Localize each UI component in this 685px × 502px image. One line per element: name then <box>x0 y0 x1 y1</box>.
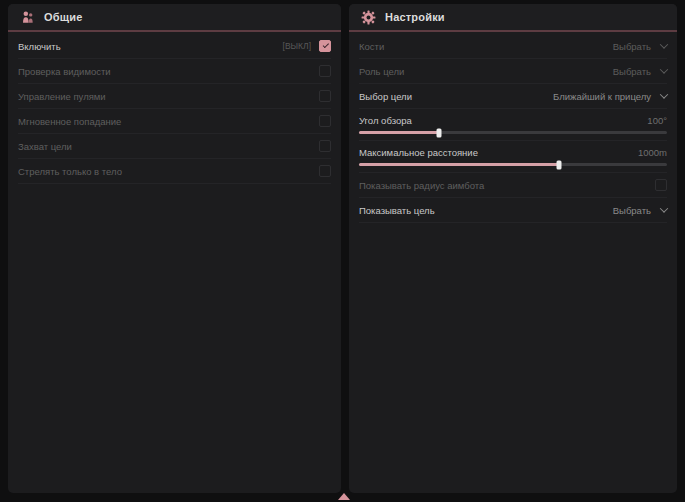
dropdown-value: Ближайший к прицелу <box>553 91 651 102</box>
settings-row-label: Выбор цели <box>359 91 412 102</box>
settings-slider-4[interactable] <box>359 163 667 166</box>
general-row-control <box>319 115 331 127</box>
general-row-4: Захват цели <box>18 134 331 159</box>
general-row-5: Стрелять только в тело <box>18 159 331 184</box>
gear-icon <box>361 10 376 25</box>
settings-row-control: Ближайший к прицелу <box>553 91 667 102</box>
general-rows: Включить[ВЫКЛ]Проверка видимостиУправлен… <box>8 32 341 184</box>
settings-row-1-line: Роль целиВыбрать <box>359 59 667 83</box>
general-row-5-line: Стрелять только в тело <box>18 159 331 183</box>
settings-dropdown-2[interactable]: Ближайший к прицелу <box>553 91 667 102</box>
checkbox[interactable] <box>655 179 667 191</box>
settings-row-label: Кости <box>359 41 384 52</box>
general-row-label: Мгновенное попадание <box>18 116 121 127</box>
general-row-control <box>319 65 331 77</box>
general-row-label: Управление пулями <box>18 91 106 102</box>
settings-row-2-line: Выбор целиБлижайший к прицелу <box>359 84 667 108</box>
chevron-down-icon <box>660 40 668 48</box>
settings-row-4-line: Максимальное расстояние1000m <box>359 143 667 161</box>
settings-row-control: Выбрать <box>613 41 667 52</box>
checkbox[interactable] <box>319 165 331 177</box>
keybind-label: [ВЫКЛ] <box>283 41 311 51</box>
settings-row-label: Роль цели <box>359 66 404 77</box>
settings-panel-title: Настройки <box>385 11 445 23</box>
general-row-1: Проверка видимости <box>18 59 331 84</box>
chevron-down-icon <box>660 204 668 212</box>
settings-rows: КостиВыбратьРоль целиВыбратьВыбор целиБл… <box>349 32 677 223</box>
general-row-1-line: Проверка видимости <box>18 59 331 83</box>
general-row-control <box>319 165 331 177</box>
general-row-label: Стрелять только в тело <box>18 166 122 177</box>
settings-row-2: Выбор целиБлижайший к прицелу <box>359 84 667 109</box>
general-row-control <box>319 140 331 152</box>
general-row-label: Проверка видимости <box>18 66 111 77</box>
dropdown-value: Выбрать <box>613 205 651 216</box>
settings-row-0-line: КостиВыбрать <box>359 34 667 58</box>
general-row-label: Захват цели <box>18 141 72 152</box>
settings-dropdown-6[interactable]: Выбрать <box>613 205 667 216</box>
settings-row-6-line: Показывать цельВыбрать <box>359 198 667 222</box>
scroll-up-indicator[interactable] <box>338 493 350 500</box>
settings-row-control: Выбрать <box>613 66 667 77</box>
general-row-control: [ВЫКЛ] <box>283 40 331 52</box>
slider-fill <box>359 131 439 134</box>
settings-row-4: Максимальное расстояние1000m <box>359 143 667 173</box>
settings-row-5-line: Показывать радиус аимбота <box>359 173 667 197</box>
aim-person-icon <box>20 10 35 25</box>
general-row-3: Мгновенное попадание <box>18 109 331 134</box>
general-row-2-line: Управление пулями <box>18 84 331 108</box>
general-row-control <box>319 90 331 102</box>
slider-fill <box>359 163 559 166</box>
general-row-3-line: Мгновенное попадание <box>18 109 331 133</box>
settings-row-label: Максимальное расстояние <box>359 147 478 158</box>
slider-value: 1000m <box>638 147 667 158</box>
settings-row-3-line: Угол обзора100° <box>359 111 667 129</box>
general-panel-header: Общие <box>8 4 341 32</box>
dropdown-value: Выбрать <box>613 66 651 77</box>
slider-thumb[interactable] <box>557 160 562 169</box>
settings-dropdown-1[interactable]: Выбрать <box>613 66 667 77</box>
settings-row-3: Угол обзора100° <box>359 111 667 141</box>
general-row-4-line: Захват цели <box>18 134 331 158</box>
settings-row-6: Показывать цельВыбрать <box>359 198 667 223</box>
settings-row-control: 1000m <box>638 147 667 158</box>
general-row-0: Включить[ВЫКЛ] <box>18 34 331 59</box>
general-row-2: Управление пулями <box>18 84 331 109</box>
general-panel: Общие Включить[ВЫКЛ]Проверка видимостиУп… <box>8 4 341 493</box>
settings-row-1: Роль целиВыбрать <box>359 59 667 84</box>
settings-panel: Настройки КостиВыбратьРоль целиВыбратьВы… <box>349 4 677 493</box>
settings-row-0: КостиВыбрать <box>359 34 667 59</box>
general-panel-title: Общие <box>44 11 83 23</box>
settings-row-label: Показывать цель <box>359 205 435 216</box>
dropdown-value: Выбрать <box>613 41 651 52</box>
check-icon <box>322 42 328 48</box>
settings-dropdown-0[interactable]: Выбрать <box>613 41 667 52</box>
settings-row-label: Показывать радиус аимбота <box>359 180 484 191</box>
settings-row-control: 100° <box>647 115 667 126</box>
checkbox[interactable] <box>319 115 331 127</box>
slider-thumb[interactable] <box>437 128 442 137</box>
checkbox[interactable] <box>319 40 331 52</box>
settings-panel-header: Настройки <box>349 4 677 32</box>
slider-value: 100° <box>647 115 667 126</box>
checkbox[interactable] <box>319 90 331 102</box>
settings-slider-3[interactable] <box>359 131 667 134</box>
settings-row-label: Угол обзора <box>359 115 412 126</box>
general-row-0-line: Включить[ВЫКЛ] <box>18 34 331 58</box>
chevron-down-icon <box>660 65 668 73</box>
general-row-label: Включить <box>18 41 61 52</box>
settings-row-control: Выбрать <box>613 205 667 216</box>
settings-row-5: Показывать радиус аимбота <box>359 173 667 198</box>
chevron-down-icon <box>660 90 668 98</box>
settings-row-control <box>655 179 667 191</box>
checkbox[interactable] <box>319 65 331 77</box>
checkbox[interactable] <box>319 140 331 152</box>
